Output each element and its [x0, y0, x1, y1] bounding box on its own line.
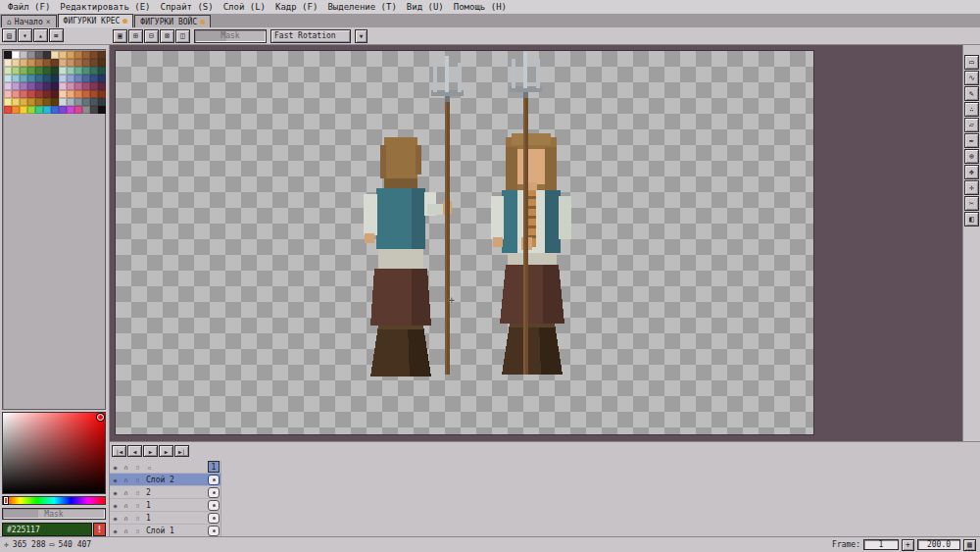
palette-swatch[interactable] [98, 59, 106, 67]
palette-swatch[interactable] [82, 106, 90, 114]
selection-subtract-button[interactable]: ⊟ [144, 29, 159, 43]
palette-swatch[interactable] [27, 106, 35, 114]
eraser-tool-button[interactable]: ▱ [964, 118, 979, 132]
hue-slider[interactable] [2, 496, 106, 505]
frame-number-header[interactable]: 1 [208, 461, 220, 473]
palette-swatch[interactable] [90, 51, 98, 59]
palette-swatch[interactable] [20, 51, 27, 59]
menu-item-7[interactable]: Помощь (H) [449, 0, 512, 14]
palette-swatch[interactable] [51, 59, 59, 67]
palette-swatch[interactable] [43, 75, 51, 82]
palette-swatch[interactable] [27, 82, 35, 90]
palette-swatch[interactable] [43, 51, 51, 59]
palette-swatch[interactable] [90, 98, 98, 106]
palette-swatch[interactable] [12, 75, 20, 82]
layer-row[interactable]: ◉∩∷1 [110, 512, 220, 525]
palette-swatch[interactable] [98, 106, 106, 114]
menu-item-5[interactable]: Выделение (T) [322, 0, 401, 14]
palette-presets-button[interactable]: ▴ [33, 28, 48, 42]
selection-replace-button[interactable]: ▣ [113, 29, 127, 43]
cel-box[interactable] [208, 487, 220, 498]
first-frame-button[interactable]: |◀ [112, 445, 126, 457]
palette-swatch[interactable] [12, 98, 20, 106]
palette-swatch[interactable] [20, 98, 27, 106]
palette-swatch[interactable] [20, 67, 27, 75]
palette-swatch[interactable] [43, 59, 51, 67]
continuous-icon[interactable]: ∷ [131, 489, 144, 496]
menu-item-0[interactable]: Файл (F) [3, 0, 55, 14]
palette-swatch[interactable] [74, 75, 82, 82]
eye-icon[interactable]: ◉ [110, 527, 121, 534]
palette-swatch[interactable] [27, 90, 35, 98]
palette-swatch[interactable] [4, 82, 12, 90]
play-button[interactable]: ▶ [143, 445, 158, 457]
palette-swatch[interactable] [4, 90, 12, 98]
palette-swatch[interactable] [43, 82, 51, 90]
eye-icon[interactable]: ◉ [110, 502, 121, 509]
palette-swatch[interactable] [51, 67, 59, 75]
spray-tool-button[interactable]: ∴ [964, 102, 979, 117]
palette-swatch[interactable] [35, 90, 43, 98]
palette-swatch[interactable] [51, 75, 59, 82]
palette-swatch[interactable] [4, 75, 12, 82]
selection-options-button[interactable]: ◫ [175, 29, 190, 43]
menu-item-4[interactable]: Кадр (F) [270, 0, 322, 14]
color-picker-gradient[interactable] [2, 412, 106, 494]
bucket-tool-button[interactable]: ◧ [964, 212, 979, 226]
palette-swatch[interactable] [59, 98, 67, 106]
hand-tool-button[interactable]: ✥ [964, 165, 979, 179]
palette-swatch[interactable] [67, 67, 74, 75]
palette-swatch[interactable] [90, 67, 98, 75]
lock-column-icon[interactable]: ∩ [121, 464, 131, 471]
tab-figurki-krest[interactable]: ФИГУРКИ КРЕС [58, 14, 134, 27]
rotation-dropdown[interactable]: Fast Rotation [270, 29, 351, 43]
selection-add-button[interactable]: ⊞ [128, 29, 143, 43]
palette-swatch[interactable] [90, 75, 98, 82]
cel-box[interactable] [208, 500, 220, 511]
palette-swatch[interactable] [98, 67, 106, 75]
palette-swatch[interactable] [98, 51, 106, 59]
cel-box[interactable] [208, 513, 220, 524]
sprite-canvas[interactable]: ✛ [116, 51, 813, 434]
continuous-column-icon[interactable]: ∷ [131, 464, 144, 471]
eyedropper-tool-button[interactable]: ✒ [964, 133, 979, 148]
palette-swatch[interactable] [51, 98, 59, 106]
lock-icon[interactable]: ∩ [121, 502, 131, 509]
palette-swatch[interactable] [59, 75, 67, 82]
palette-swatch[interactable] [59, 82, 67, 90]
cel-box[interactable] [208, 475, 220, 485]
palette-swatch[interactable] [59, 106, 67, 114]
palette-swatch[interactable] [74, 51, 82, 59]
menu-item-2[interactable]: Спрайт (S) [155, 0, 218, 14]
canvas-area[interactable]: ✛ [110, 45, 962, 441]
palette-swatch[interactable] [27, 75, 35, 82]
palette-swatch[interactable] [98, 82, 106, 90]
palette-swatch[interactable] [27, 67, 35, 75]
layer-row[interactable]: ◉∩∷1 [110, 499, 220, 512]
pencil-tool-button[interactable]: ✎ [964, 86, 979, 101]
tab-figurki-voisk[interactable]: ФИГУРКИ ВОЙС [134, 15, 211, 27]
lock-icon[interactable]: ∩ [121, 515, 131, 522]
foreground-color-display[interactable]: #225117 [2, 523, 92, 536]
timeline-options-icon[interactable]: ▫ [144, 464, 155, 471]
palette-swatch[interactable] [4, 67, 12, 75]
palette-swatch[interactable] [82, 51, 90, 59]
palette-swatch[interactable] [43, 67, 51, 75]
prev-frame-button[interactable]: ◀ [127, 445, 142, 457]
close-icon[interactable]: × [46, 18, 51, 26]
palette-swatch[interactable] [67, 90, 74, 98]
palette-swatch[interactable] [98, 98, 106, 106]
palette-swatch[interactable] [20, 90, 27, 98]
palette-swatch[interactable] [20, 82, 27, 90]
palette-swatch[interactable] [67, 59, 74, 67]
palette-swatch[interactable] [90, 90, 98, 98]
palette-swatch[interactable] [35, 75, 43, 82]
palette-swatch[interactable] [82, 67, 90, 75]
menu-item-3[interactable]: Слой (L) [219, 0, 270, 14]
mask-slider[interactable]: Mask [194, 29, 267, 43]
palette-swatch[interactable] [35, 59, 43, 67]
eye-icon[interactable]: ◉ [110, 515, 121, 522]
continuous-icon[interactable]: ∷ [131, 502, 144, 509]
palette-swatch[interactable] [82, 90, 90, 98]
eye-column-icon[interactable]: ◉ [110, 464, 121, 471]
